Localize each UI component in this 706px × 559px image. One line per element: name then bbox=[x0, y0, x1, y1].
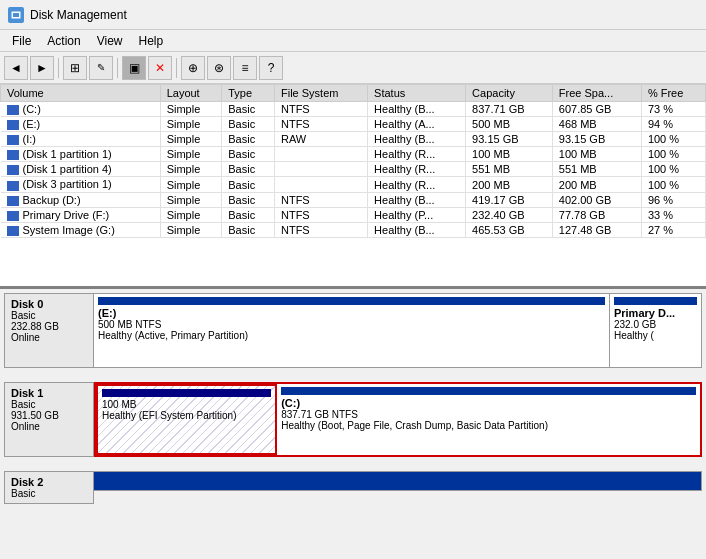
table-row[interactable]: Backup (D:) Simple Basic NTFS Healthy (B… bbox=[1, 192, 706, 207]
partition-bar bbox=[98, 297, 605, 305]
cell-layout: Simple bbox=[160, 222, 222, 237]
partition[interactable]: (E:)500 MB NTFSHealthy (Active, Primary … bbox=[94, 294, 610, 367]
table-row[interactable]: (Disk 1 partition 4) Simple Basic Health… bbox=[1, 162, 706, 177]
cell-capacity: 100 MB bbox=[466, 147, 553, 162]
cell-fs: NTFS bbox=[274, 102, 367, 117]
cell-status: Healthy (R... bbox=[368, 177, 466, 192]
disk-row: Disk 1 Basic 931.50 GB Online 100 MBHeal… bbox=[4, 382, 702, 457]
partition-name: (C:) bbox=[281, 397, 696, 409]
cell-pct: 100 % bbox=[641, 162, 705, 177]
disk-type: Basic bbox=[11, 310, 87, 321]
cell-status: Healthy (P... bbox=[368, 207, 466, 222]
main-content: Volume Layout Type File System Status Ca… bbox=[0, 84, 706, 559]
table-row[interactable]: System Image (G:) Simple Basic NTFS Heal… bbox=[1, 222, 706, 237]
cell-fs bbox=[274, 177, 367, 192]
volume-icon bbox=[7, 135, 19, 145]
cell-free: 200 MB bbox=[552, 177, 641, 192]
cell-status: Healthy (A... bbox=[368, 117, 466, 132]
table-row[interactable]: (C:) Simple Basic NTFS Healthy (B... 837… bbox=[1, 102, 706, 117]
disk-online-status: Online bbox=[11, 332, 87, 343]
partition[interactable]: Primary D...232.0 GBHealthy ( bbox=[610, 294, 701, 367]
toolbar-btn5[interactable]: ⊛ bbox=[207, 56, 231, 80]
cell-fs: NTFS bbox=[274, 192, 367, 207]
forward-button[interactable]: ► bbox=[30, 56, 54, 80]
cell-fs bbox=[274, 147, 367, 162]
partition-size: 837.71 GB NTFS bbox=[281, 409, 696, 420]
volume-icon bbox=[7, 181, 19, 191]
toolbar-btn6[interactable]: ≡ bbox=[233, 56, 257, 80]
cell-fs: RAW bbox=[274, 132, 367, 147]
toolbar-btn3[interactable]: ▣ bbox=[122, 56, 146, 80]
cell-status: Healthy (R... bbox=[368, 162, 466, 177]
col-volume[interactable]: Volume bbox=[1, 85, 161, 102]
cell-type: Basic bbox=[222, 117, 275, 132]
cell-volume: Primary Drive (F:) bbox=[1, 207, 161, 222]
cell-type: Basic bbox=[222, 207, 275, 222]
cell-layout: Simple bbox=[160, 147, 222, 162]
disk-row: Disk 2 Basic bbox=[4, 471, 702, 504]
col-filesystem[interactable]: File System bbox=[274, 85, 367, 102]
col-capacity[interactable]: Capacity bbox=[466, 85, 553, 102]
col-status[interactable]: Status bbox=[368, 85, 466, 102]
cell-pct: 33 % bbox=[641, 207, 705, 222]
cell-status: Healthy (R... bbox=[368, 147, 466, 162]
cell-volume: (Disk 1 partition 4) bbox=[1, 162, 161, 177]
cell-type: Basic bbox=[222, 162, 275, 177]
toolbar-btn7[interactable]: ? bbox=[259, 56, 283, 80]
cell-fs: NTFS bbox=[274, 117, 367, 132]
cell-fs: NTFS bbox=[274, 222, 367, 237]
partition[interactable]: 100 MBHealthy (EFI System Partition) bbox=[96, 384, 277, 455]
menu-help[interactable]: Help bbox=[131, 32, 172, 50]
table-row[interactable]: (I:) Simple Basic RAW Healthy (B... 93.1… bbox=[1, 132, 706, 147]
cell-status: Healthy (B... bbox=[368, 192, 466, 207]
table-row[interactable]: (Disk 3 partition 1) Simple Basic Health… bbox=[1, 177, 706, 192]
toolbar-sep-1 bbox=[58, 58, 59, 78]
cell-volume: (E:) bbox=[1, 117, 161, 132]
volume-icon bbox=[7, 211, 19, 221]
volume-icon bbox=[7, 165, 19, 175]
disk-row-separator bbox=[0, 372, 706, 378]
menu-view[interactable]: View bbox=[89, 32, 131, 50]
disk-row-separator bbox=[0, 461, 706, 467]
cell-pct: 100 % bbox=[641, 177, 705, 192]
cell-volume: Backup (D:) bbox=[1, 192, 161, 207]
disk-partitions: 100 MBHealthy (EFI System Partition)(C:)… bbox=[94, 382, 702, 457]
delete-button[interactable]: ✕ bbox=[148, 56, 172, 80]
properties-button[interactable]: ⊞ bbox=[63, 56, 87, 80]
partition[interactable]: (C:)837.71 GB NTFSHealthy (Boot, Page Fi… bbox=[277, 384, 700, 455]
col-free[interactable]: Free Spa... bbox=[552, 85, 641, 102]
partition-size: 500 MB NTFS bbox=[98, 319, 605, 330]
cell-layout: Simple bbox=[160, 192, 222, 207]
disk-visual-section: Disk 0 Basic 232.88 GB Online (E:)500 MB… bbox=[0, 289, 706, 559]
table-row[interactable]: Primary Drive (F:) Simple Basic NTFS Hea… bbox=[1, 207, 706, 222]
cell-type: Basic bbox=[222, 102, 275, 117]
toolbar-sep-2 bbox=[117, 58, 118, 78]
toolbar-btn4[interactable]: ⊕ bbox=[181, 56, 205, 80]
partition-bar bbox=[102, 389, 271, 397]
menu-action[interactable]: Action bbox=[39, 32, 88, 50]
cell-free: 607.85 GB bbox=[552, 102, 641, 117]
edit-button[interactable]: ✎ bbox=[89, 56, 113, 80]
table-row[interactable]: (E:) Simple Basic NTFS Healthy (A... 500… bbox=[1, 117, 706, 132]
volume-icon bbox=[7, 196, 19, 206]
col-pct[interactable]: % Free bbox=[641, 85, 705, 102]
cell-pct: 27 % bbox=[641, 222, 705, 237]
volumes-table-section: Volume Layout Type File System Status Ca… bbox=[0, 84, 706, 289]
disk-size: 931.50 GB bbox=[11, 410, 87, 421]
partition-status: Healthy (Active, Primary Partition) bbox=[98, 330, 605, 341]
svg-rect-1 bbox=[13, 13, 19, 17]
cell-pct: 96 % bbox=[641, 192, 705, 207]
cell-volume: (Disk 3 partition 1) bbox=[1, 177, 161, 192]
cell-capacity: 465.53 GB bbox=[466, 222, 553, 237]
col-layout[interactable]: Layout bbox=[160, 85, 222, 102]
col-type[interactable]: Type bbox=[222, 85, 275, 102]
cell-layout: Simple bbox=[160, 117, 222, 132]
disk-online-status: Online bbox=[11, 421, 87, 432]
cell-capacity: 93.15 GB bbox=[466, 132, 553, 147]
menu-file[interactable]: File bbox=[4, 32, 39, 50]
app-icon bbox=[8, 7, 24, 23]
volume-icon bbox=[7, 150, 19, 160]
table-row[interactable]: (Disk 1 partition 1) Simple Basic Health… bbox=[1, 147, 706, 162]
back-button[interactable]: ◄ bbox=[4, 56, 28, 80]
cell-pct: 100 % bbox=[641, 147, 705, 162]
